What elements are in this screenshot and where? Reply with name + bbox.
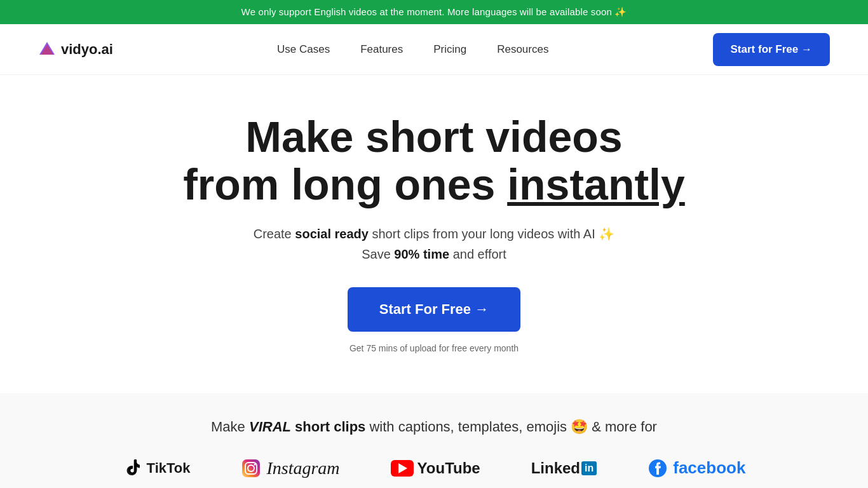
social-proof-section: Make VIRAL short clips with captions, te… — [0, 393, 868, 488]
logo[interactable]: vidyo.ai — [38, 41, 113, 58]
hero-section: Make short videos from long ones instant… — [0, 75, 868, 381]
youtube-label: YouTube — [417, 459, 480, 477]
nav-link-resources[interactable]: Resources — [497, 43, 548, 56]
social-title-viral: VIRAL — [249, 419, 291, 435]
nav-link-pricing[interactable]: Pricing — [433, 43, 466, 56]
facebook-label: facebook — [673, 458, 745, 478]
social-title-part3: with captions, templates, emojis 🤩 & mor… — [365, 419, 657, 435]
tiktok-icon — [123, 458, 143, 478]
instagram-label: Instagram — [266, 458, 339, 478]
platforms-list: TikTok Instagram — [38, 458, 830, 478]
tiktok-label: TikTok — [147, 460, 191, 477]
youtube-icon — [391, 460, 414, 477]
linkedin-icon-badge: in — [581, 461, 597, 475]
hero-subtitle: Create social ready short clips from you… — [243, 224, 625, 264]
instagram-icon — [241, 458, 261, 478]
social-title-part1: Make — [211, 419, 249, 435]
social-title-short-clips: short clips — [295, 419, 365, 435]
social-proof-title: Make VIRAL short clips with captions, te… — [38, 419, 830, 435]
hero-subtitle-part3: and effort — [449, 247, 506, 261]
platform-tiktok[interactable]: TikTok — [123, 458, 191, 478]
hero-title-line1: Make short videos — [245, 112, 622, 161]
platform-linkedin[interactable]: Linked in — [531, 459, 597, 477]
youtube-play-icon — [398, 463, 407, 473]
platform-instagram[interactable]: Instagram — [241, 458, 339, 478]
nav-link-features[interactable]: Features — [360, 43, 403, 56]
navbar: vidyo.ai Use Cases Features Pricing Reso… — [0, 24, 868, 75]
hero-sub-note: Get 75 mins of upload for free every mon… — [349, 342, 519, 355]
banner-text: We only support English videos at the mo… — [241, 6, 627, 17]
hero-title-line2: from long ones — [183, 160, 507, 208]
logo-text: vidyo.ai — [61, 41, 113, 58]
hero-start-free-button[interactable]: Start For Free → — [348, 287, 520, 332]
nav-start-free-button[interactable]: Start for Free → — [713, 33, 830, 66]
nav-link-use-cases[interactable]: Use Cases — [277, 43, 330, 56]
linkedin-label: Linked — [531, 459, 580, 477]
facebook-icon — [648, 458, 668, 478]
nav-links: Use Cases Features Pricing Resources — [277, 43, 548, 56]
hero-title-instantly: instantly — [507, 160, 685, 208]
platform-facebook[interactable]: facebook — [648, 458, 745, 478]
hero-subtitle-social-ready: social ready — [295, 227, 369, 241]
hero-title: Make short videos from long ones instant… — [183, 113, 685, 208]
svg-point-5 — [254, 463, 256, 465]
vidyo-logo-icon — [38, 41, 56, 58]
platform-youtube[interactable]: YouTube — [391, 459, 480, 477]
hero-subtitle-time: 90% time — [394, 247, 449, 261]
announcement-banner: We only support English videos at the mo… — [0, 0, 868, 24]
hero-subtitle-part1: Create — [254, 227, 295, 241]
